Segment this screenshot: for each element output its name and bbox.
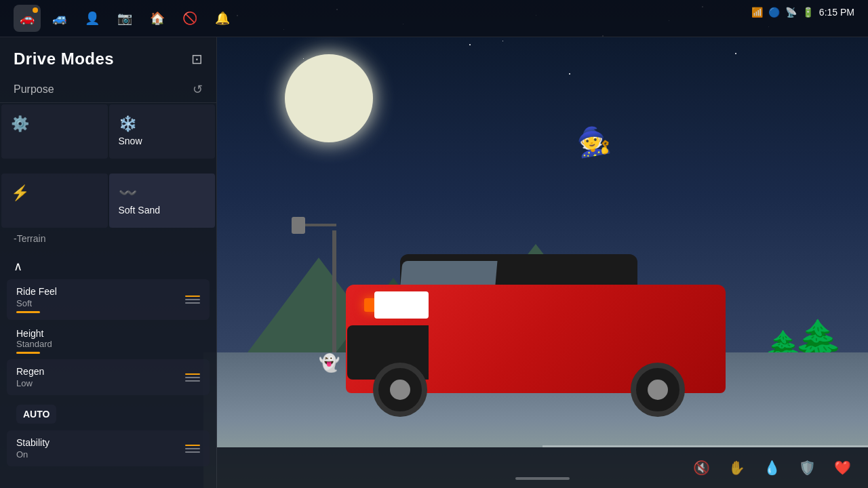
ride-feel-content: Ride Feel Soft [16, 286, 185, 313]
snow-icon: ❄️ [119, 115, 206, 133]
drive-panel: Drive Modes ⊡ Purpose ↺ ⚙️ ❄️ Snow ⚡ 〰️ … [0, 37, 217, 488]
ride-feel-value: Soft [16, 298, 185, 308]
soft-sand-icon: 〰️ [119, 184, 206, 202]
stability-slider-3 [185, 451, 200, 453]
shield-icon[interactable]: 🛡️ [795, 455, 819, 480]
all-purpose-icon: ⚙️ [11, 115, 98, 133]
car-illustration [332, 244, 834, 420]
ride-feel-adjust[interactable] [185, 296, 200, 304]
auto-stability-row: AUTO [7, 398, 210, 430]
wheel-hub-right [648, 380, 668, 400]
ride-feel-name: Ride Feel [16, 286, 185, 297]
wheel-hub-left [390, 380, 410, 400]
regen-content: Regen Low [16, 366, 185, 388]
moon: 🧙 [285, 54, 373, 142]
nav-icon-garage[interactable]: 🏠 [144, 5, 171, 32]
settings-section: ∧ Ride Feel Soft Height Standard [0, 253, 216, 466]
stability-value: On [16, 449, 185, 460]
height-content: Height Standard [16, 328, 52, 354]
setting-regen[interactable]: Regen Low [7, 359, 210, 395]
panel-title: Drive Modes [14, 49, 114, 68]
setting-stability[interactable]: Stability On [7, 430, 210, 466]
regen-value: Low [16, 378, 185, 388]
top-nav: 🚗 🚙 👤 📷 🏠 🚫 🔔 📶 🔵 📡 🔋 6:15 PM [0, 0, 868, 37]
car-wheel-left [373, 363, 427, 417]
sport-icon: ⚡ [11, 184, 98, 202]
nav-icon-vehicle[interactable]: 🚙 [46, 5, 73, 32]
water-drop-icon[interactable]: 💧 [760, 455, 784, 480]
nav-icon-profile[interactable]: 👤 [79, 5, 106, 32]
status-bar: 📶 🔵 📡 🔋 6:15 PM [751, 7, 854, 18]
stability-slider-1 [185, 445, 200, 446]
nav-icon-home[interactable]: 🚗 [14, 5, 41, 32]
mode-grid: ⚙️ ❄️ Snow [0, 103, 216, 160]
mode-item-soft-sand[interactable]: 〰️ Soft Sand [109, 174, 216, 228]
slider-line-2 [185, 299, 200, 300]
heart-icon[interactable]: ❤️ [830, 455, 854, 480]
terrain-label: -Terrain [0, 229, 216, 248]
height-section: Height Standard [7, 323, 210, 359]
snow-label: Snow [119, 136, 206, 146]
auto-badge[interactable]: AUTO [16, 405, 56, 424]
soft-sand-label: Soft Sand [119, 205, 206, 216]
height-slider [16, 352, 40, 354]
bottom-bar: 🔇 ✋ 💧 🛡️ ❤️ [217, 447, 868, 488]
chevron-up-icon: ∧ [14, 259, 22, 274]
stability-content: Stability On [16, 437, 185, 460]
regen-slider-3 [185, 380, 200, 382]
ride-feel-slider [16, 311, 40, 313]
lamp-arm [305, 224, 336, 226]
stability-slider-2 [185, 448, 200, 449]
mode-grid-2: ⚡ 〰️ Soft Sand [0, 172, 216, 229]
hand-icon[interactable]: ✋ [724, 455, 749, 480]
regen-name: Regen [16, 366, 185, 377]
settings-header[interactable]: ∧ [7, 253, 210, 279]
progress-indicator [515, 477, 570, 480]
battery-icon: 🔋 [802, 7, 814, 18]
regen-slider-2 [185, 377, 200, 378]
mode-item-all-purpose[interactable]: ⚙️ [1, 104, 108, 159]
car-wheel-right [631, 363, 685, 417]
nav-icon-camera[interactable]: 📷 [111, 5, 138, 32]
time-display: 6:15 PM [819, 7, 854, 18]
regen-slider-1 [185, 373, 200, 375]
slider-line-3 [185, 302, 200, 304]
panel-header-icon[interactable]: ⊡ [191, 51, 203, 67]
setting-ride-feel[interactable]: Ride Feel Soft [7, 279, 210, 320]
signal-icon: 📡 [785, 7, 797, 18]
witch-silhouette: 🧙 [574, 123, 612, 160]
lamp-head [292, 217, 305, 234]
sport-label [0, 160, 216, 172]
panel-header: Drive Modes ⊡ [0, 37, 216, 77]
mode-item-sport[interactable]: ⚡ [1, 174, 108, 228]
bluetooth-icon: 🔵 [768, 7, 780, 18]
car-grill-center [374, 291, 429, 319]
regen-adjust[interactable] [185, 373, 200, 382]
stability-adjust[interactable] [185, 445, 200, 453]
nav-icon-cancel[interactable]: 🚫 [176, 5, 203, 32]
stability-name: Stability [16, 437, 185, 448]
purpose-icon: ↺ [193, 82, 203, 97]
volume-icon[interactable]: 🔇 [689, 455, 713, 480]
height-value: Standard [16, 339, 52, 349]
car-body [332, 244, 739, 420]
mode-item-snow[interactable]: ❄️ Snow [109, 104, 216, 159]
purpose-label: Purpose [14, 83, 54, 96]
purpose-section[interactable]: Purpose ↺ [0, 77, 216, 103]
wifi-icon: 📶 [751, 7, 763, 18]
slider-line-1 [185, 296, 200, 297]
nav-icon-notifications[interactable]: 🔔 [209, 5, 236, 32]
height-label: Height [16, 328, 52, 339]
